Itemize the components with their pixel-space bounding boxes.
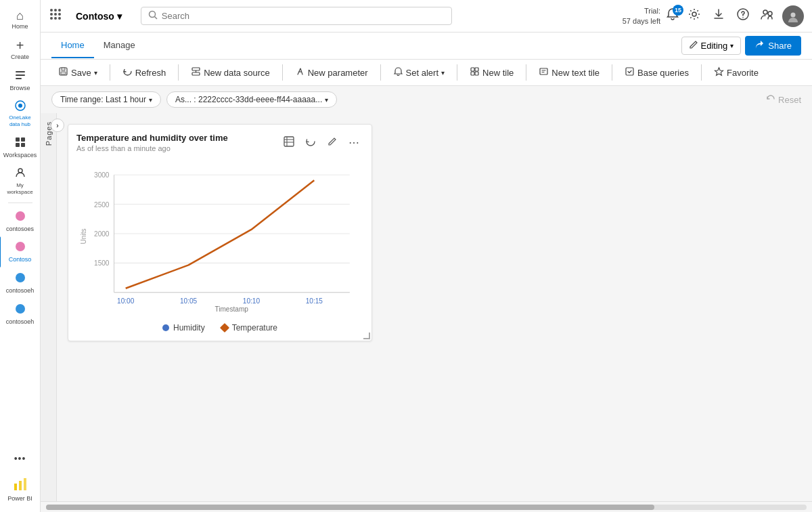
table-icon xyxy=(284,136,294,149)
editing-button[interactable]: Editing ▾ xyxy=(681,37,742,55)
sidebar-item-onelake[interactable]: OneLake data hub xyxy=(1,95,39,131)
base-queries-button[interactable]: Base queries xyxy=(618,64,696,81)
sidebar-item-contoso[interactable]: Contoso xyxy=(1,236,39,268)
save-icon xyxy=(58,66,68,79)
workspace-name: Contoso xyxy=(76,11,114,22)
svg-text:2500: 2500 xyxy=(94,201,110,209)
search-input[interactable] xyxy=(162,11,445,21)
tabs-right: Editing ▾ Share xyxy=(681,36,801,56)
tab-home[interactable]: Home xyxy=(51,33,94,58)
user-avatar[interactable] xyxy=(782,5,804,27)
app-grid-icon[interactable] xyxy=(49,7,62,24)
chart-table-view-button[interactable] xyxy=(279,133,298,152)
top-bar-right: Trial: 57 days left 15 xyxy=(623,5,804,27)
svg-point-11 xyxy=(16,242,25,251)
svg-point-17 xyxy=(50,9,53,12)
new-data-source-button[interactable]: New data source xyxy=(184,64,277,81)
tabs-row: Home Manage Editing ▾ Share xyxy=(41,33,812,60)
sidebar-item-contosoeh2[interactable]: contosoeh xyxy=(1,299,39,330)
help-icon[interactable] xyxy=(734,5,752,27)
more-icon: ••• xyxy=(14,454,26,463)
asset-filter[interactable]: As... : 2222cccc-33dd-eeee-ff44-aaaaa...… xyxy=(166,91,337,108)
trial-label: Trial: xyxy=(623,6,660,16)
svg-rect-43 xyxy=(475,68,478,71)
chart-tile: Temperature and humidity over time As of… xyxy=(68,124,372,341)
favorite-button[interactable]: Favorite xyxy=(707,64,765,81)
time-range-label: Time range: Last 1 hour xyxy=(60,95,146,104)
svg-rect-36 xyxy=(62,68,65,70)
new-data-source-icon xyxy=(191,66,201,79)
svg-point-24 xyxy=(54,17,57,20)
share-people-icon[interactable] xyxy=(758,5,777,27)
sidebar-item-contosoes[interactable]: contosoes xyxy=(1,206,39,237)
sidebar-item-onelake-label: OneLake data hub xyxy=(4,114,37,127)
chart-title: Temperature and humidity over time xyxy=(76,133,228,143)
download-icon[interactable] xyxy=(709,5,728,27)
svg-rect-45 xyxy=(475,72,478,75)
tile-resize-handle[interactable] xyxy=(363,333,370,339)
onelake-icon xyxy=(14,100,26,113)
workspace-selector[interactable]: Contoso ▾ xyxy=(70,8,127,24)
search-icon xyxy=(148,10,158,22)
svg-point-28 xyxy=(692,12,696,16)
sidebar-item-create[interactable]: + Create xyxy=(1,35,39,65)
set-alert-button[interactable]: Set alert ▾ xyxy=(386,64,451,81)
sidebar-item-more[interactable]: ••• xyxy=(1,450,39,467)
favorite-icon xyxy=(714,66,724,79)
svg-point-30 xyxy=(742,17,744,18)
svg-rect-42 xyxy=(471,68,474,71)
refresh-icon xyxy=(122,66,133,79)
chart-edit-button[interactable] xyxy=(323,133,342,152)
new-parameter-icon xyxy=(295,66,305,79)
home-icon: ⌂ xyxy=(16,9,24,22)
sidebar-item-powerbi[interactable]: Power BI xyxy=(1,473,39,507)
set-alert-icon xyxy=(393,66,403,79)
sidebar-item-myworkspace[interactable]: My workspace xyxy=(1,163,39,199)
scrollbar-track[interactable] xyxy=(46,505,807,510)
new-text-tile-button[interactable]: New text tile xyxy=(532,64,606,81)
new-tile-icon xyxy=(470,66,480,79)
time-range-filter[interactable]: Time range: Last 1 hour ▾ xyxy=(51,91,161,108)
new-parameter-button[interactable]: New parameter xyxy=(288,64,375,81)
refresh-button[interactable]: Refresh xyxy=(116,64,173,81)
pages-toggle[interactable]: › xyxy=(51,119,64,132)
sidebar-item-contosoeh1[interactable]: contosoeh xyxy=(1,268,39,299)
svg-point-31 xyxy=(763,10,767,14)
toolbar-sep-5 xyxy=(457,64,457,81)
settings-icon[interactable] xyxy=(685,5,704,27)
svg-rect-44 xyxy=(471,72,474,75)
chart-more-button[interactable]: ⋯ xyxy=(344,133,363,152)
sidebar-item-browse[interactable]: Browse xyxy=(1,65,39,96)
time-range-chevron: ▾ xyxy=(149,96,152,104)
sidebar-item-home[interactable]: ⌂ Home xyxy=(1,5,39,35)
notification-button[interactable]: 15 xyxy=(666,7,679,24)
toolbar: Save ▾ Refresh New data source New param… xyxy=(41,60,812,86)
chart-refresh-icon xyxy=(305,136,316,149)
svg-point-34 xyxy=(791,12,796,17)
svg-text:10:00: 10:00 xyxy=(117,297,135,305)
favorite-label: Favorite xyxy=(727,68,759,78)
tab-manage[interactable]: Manage xyxy=(94,33,145,58)
browse-icon xyxy=(14,69,26,83)
svg-rect-8 xyxy=(21,143,25,147)
contoso-icon xyxy=(14,240,26,255)
temperature-label: Temperature xyxy=(232,323,277,333)
save-button[interactable]: Save ▾ xyxy=(51,64,104,81)
sidebar-item-workspaces[interactable]: Workspaces xyxy=(1,132,39,163)
chart-refresh-button[interactable] xyxy=(301,133,320,152)
svg-point-32 xyxy=(768,12,772,16)
bottom-scrollbar[interactable] xyxy=(41,501,812,512)
scrollbar-thumb[interactable] xyxy=(46,505,654,510)
new-tile-label: New tile xyxy=(482,68,514,78)
share-button[interactable]: Share xyxy=(745,36,801,56)
svg-rect-14 xyxy=(14,484,17,490)
svg-point-9 xyxy=(18,169,22,173)
reset-button[interactable]: Reset xyxy=(766,94,801,106)
new-tile-button[interactable]: New tile xyxy=(463,64,520,81)
dashboard-area: › Pages Temperature and humidity over ti… xyxy=(41,113,812,501)
legend-item-humidity: Humidity xyxy=(162,323,205,333)
save-label: Save xyxy=(71,68,91,78)
svg-rect-46 xyxy=(540,68,547,74)
toolbar-sep-6 xyxy=(526,64,526,81)
search-bar[interactable] xyxy=(141,7,452,25)
